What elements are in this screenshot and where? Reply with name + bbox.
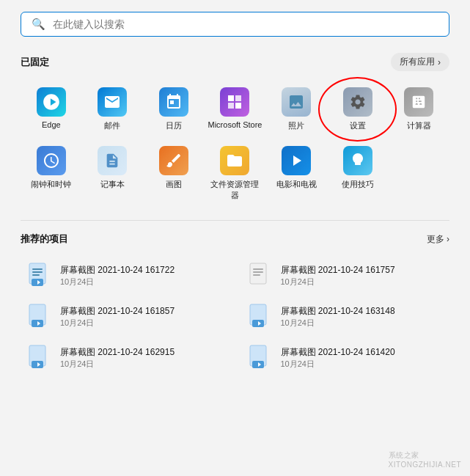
pinned-header: 已固定 所有应用 › [21,53,449,71]
rec-item-2[interactable]: 屏幕截图 2021-10-24 161857 10月24日 [21,297,230,337]
search-bar[interactable]: 🔍 [21,12,449,37]
movies-icon [282,146,311,175]
svg-rect-2 [228,103,234,109]
app-photos[interactable]: 照片 [265,81,327,137]
rec-name-4: 屏幕截图 2021-10-24 162915 [60,346,175,359]
svg-rect-7 [32,274,40,276]
svg-rect-5 [32,268,43,270]
svg-rect-6 [32,271,43,273]
mail-icon [98,87,127,117]
svg-rect-11 [253,271,263,273]
app-edge[interactable]: Edge [21,81,82,137]
app-calendar[interactable]: 日历 [143,81,205,137]
rec-text-0: 屏幕截图 2021-10-24 161722 10月24日 [60,264,175,288]
app-settings[interactable]: 设置 [327,81,389,137]
explorer-icon [220,146,249,175]
app-movies[interactable]: 电影和电视 [265,140,327,207]
app-clock[interactable]: 闹钟和时钟 [21,140,82,207]
rec-date-5: 10月24日 [281,359,395,370]
app-explorer[interactable]: 文件资源管理器 [205,140,266,207]
rec-file-icon-3 [247,304,273,330]
edge-icon [37,87,66,117]
recommended-header: 推荐的项目 更多 › [21,232,449,246]
rec-file-icon-5 [247,345,273,371]
rec-date-2: 10月24日 [60,318,175,329]
app-tips-label: 使用技巧 [342,179,374,190]
rec-name-5: 屏幕截图 2021-10-24 161420 [281,346,395,359]
more-button[interactable]: 更多 › [427,233,449,246]
rec-date-0: 10月24日 [60,277,175,288]
app-notepad[interactable]: 记事本 [82,140,144,207]
svg-rect-0 [228,95,234,101]
all-apps-label: 所有应用 [400,56,435,68]
svg-rect-12 [253,274,260,276]
rec-file-icon-0 [26,263,53,289]
tips-icon [343,146,372,175]
calendar-icon [159,87,188,117]
store-icon [220,87,249,117]
app-mail[interactable]: 邮件 [82,81,144,137]
rec-name-3: 屏幕截图 2021-10-24 163148 [281,305,395,318]
pinned-grid: Edge 邮件 日历 Microsoft Store [21,81,449,207]
rec-text-2: 屏幕截图 2021-10-24 161857 10月24日 [60,305,175,329]
rec-date-3: 10月24日 [281,318,395,329]
rec-file-icon-2 [26,304,53,330]
app-store-label: Microsoft Store [208,120,262,129]
paint-icon [159,146,188,175]
photos-icon [282,87,311,117]
start-menu: 🔍 已固定 所有应用 › Edge 邮件 [0,0,470,476]
app-store[interactable]: Microsoft Store [205,81,266,137]
rec-file-icon-4 [26,345,53,371]
calc-icon [404,87,433,117]
rec-date-4: 10月24日 [60,359,175,370]
rec-text-1: 屏幕截图 2021-10-24 161757 10月24日 [281,264,395,288]
app-tips[interactable]: 使用技巧 [327,140,389,207]
divider [21,220,449,221]
app-movies-label: 电影和电视 [276,179,317,190]
app-calc[interactable]: 计算器 [388,81,449,137]
rec-name-1: 屏幕截图 2021-10-24 161757 [281,264,395,277]
watermark: 系统之家XITONGZHIJIA.NET [389,450,462,469]
recommended-grid: 屏幕截图 2021-10-24 161722 10月24日 屏幕截图 2021-… [21,256,449,378]
rec-item-1[interactable]: 屏幕截图 2021-10-24 161757 10月24日 [241,256,450,296]
more-label: 更多 [427,233,444,246]
app-settings-label: 设置 [350,120,366,131]
all-apps-button[interactable]: 所有应用 › [391,53,449,71]
app-clock-label: 闹钟和时钟 [31,179,71,190]
search-icon: 🔍 [32,18,45,31]
rec-date-1: 10月24日 [281,277,395,288]
svg-rect-9 [250,263,266,284]
rec-name-0: 屏幕截图 2021-10-24 161722 [60,264,175,277]
rec-item-0[interactable]: 屏幕截图 2021-10-24 161722 10月24日 [21,256,230,296]
search-input[interactable] [53,18,438,30]
app-paint[interactable]: 画图 [143,140,205,207]
rec-text-4: 屏幕截图 2021-10-24 162915 10月24日 [60,346,175,370]
app-calc-label: 计算器 [407,120,431,131]
app-notepad-label: 记事本 [100,179,125,190]
rec-file-icon-1 [247,263,273,289]
app-edge-label: Edge [42,120,61,129]
rec-item-4[interactable]: 屏幕截图 2021-10-24 162915 10月24日 [21,338,230,378]
rec-text-5: 屏幕截图 2021-10-24 161420 10月24日 [281,346,395,370]
app-explorer-label: 文件资源管理器 [208,179,263,201]
app-mail-label: 邮件 [104,120,120,131]
pinned-title: 已固定 [21,56,49,69]
recommended-title: 推荐的项目 [21,232,68,246]
rec-name-2: 屏幕截图 2021-10-24 161857 [60,305,175,318]
app-calendar-label: 日历 [166,120,182,131]
svg-rect-10 [253,268,263,270]
svg-rect-3 [235,103,241,109]
rec-item-3[interactable]: 屏幕截图 2021-10-24 163148 10月24日 [241,297,450,337]
app-paint-label: 画图 [166,179,182,190]
chevron-right-icon: › [447,234,449,244]
rec-item-5[interactable]: 屏幕截图 2021-10-24 161420 10月24日 [241,338,450,378]
settings-icon [343,87,372,117]
svg-rect-1 [235,95,241,101]
app-photos-label: 照片 [288,120,304,131]
rec-text-3: 屏幕截图 2021-10-24 163148 10月24日 [281,305,395,329]
chevron-right-icon: › [438,57,441,67]
clock-icon [37,146,66,175]
notepad-icon [98,146,127,175]
